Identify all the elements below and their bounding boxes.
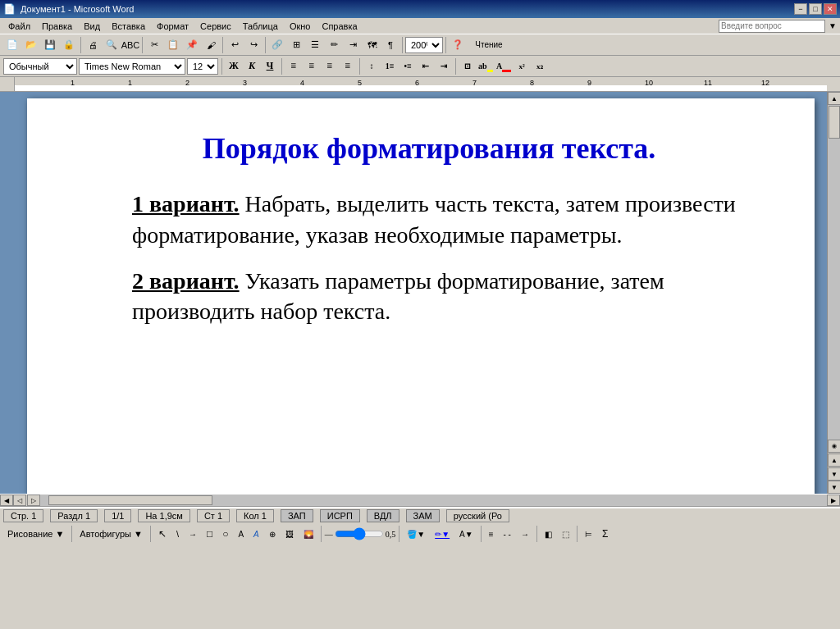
textbox-tool[interactable]: A [234, 525, 248, 543]
align-center-button[interactable]: ≡ [304, 58, 320, 75]
size-combo[interactable]: 12 [187, 58, 218, 75]
font-color-button[interactable]: A [495, 58, 512, 75]
h-scroll-thumb[interactable] [48, 495, 212, 505]
status-bar: Стр. 1 Раздл 1 1/1 На 1,9см Ст 1 Кол 1 З… [0, 507, 840, 523]
line-color-button[interactable]: ✏▼ [431, 525, 454, 543]
bold-button[interactable]: Ж [226, 58, 242, 75]
scroll-down-button[interactable]: ▼ [828, 481, 840, 494]
table-button[interactable]: ⊞ [287, 36, 305, 54]
picture-tool[interactable]: 🌄 [299, 525, 317, 543]
select-browse-button[interactable]: ◉ [828, 440, 840, 453]
help-button[interactable]: ❓ [449, 36, 467, 54]
fill-color-button[interactable]: 🪣▼ [403, 525, 429, 543]
italic-button[interactable]: К [244, 58, 260, 75]
copy-button[interactable]: 📋 [164, 36, 182, 54]
variant1-label: 1 вариант. [132, 191, 240, 217]
rectangle-tool[interactable]: □ [203, 525, 217, 543]
outside-border-button[interactable]: ⊡ [459, 58, 476, 75]
doc-scroll-area[interactable]: Порядок форматирования текста. 1 вариант… [15, 92, 827, 494]
pointer-tool[interactable]: ↖ [154, 525, 171, 543]
sum-button[interactable]: Σ [598, 525, 612, 543]
print-button[interactable]: 🖨 [84, 36, 102, 54]
permission-button[interactable]: 🔒 [60, 36, 78, 54]
menu-file[interactable]: Файл [3, 20, 35, 33]
diagram-tool[interactable]: ⊕ [265, 525, 280, 543]
3d-button[interactable]: ⬚ [558, 525, 573, 543]
read-button[interactable]: Чтение [468, 36, 510, 54]
cut-button[interactable]: ✂ [145, 36, 163, 54]
indent-button[interactable]: ⇥ [344, 36, 362, 54]
menu-insert[interactable]: Вставка [107, 20, 150, 33]
spell-button[interactable]: ABC [121, 36, 139, 54]
align-left-button[interactable]: ≡ [285, 58, 302, 75]
line-spacing-button[interactable]: ↕ [363, 58, 380, 75]
new-button[interactable]: 📄 [3, 36, 21, 54]
scroll-left-button[interactable]: ◀ [0, 495, 13, 506]
minimize-button[interactable]: − [794, 3, 807, 15]
menu-table[interactable]: Таблица [238, 20, 283, 33]
menu-format[interactable]: Формат [152, 20, 194, 33]
scroll-thumb[interactable] [829, 106, 840, 139]
dash-style-button[interactable]: - - [500, 525, 515, 543]
format-painter[interactable]: 🖌 [202, 36, 220, 54]
underline-button[interactable]: Ч [262, 58, 278, 75]
preview-button[interactable]: 🔍 [103, 36, 121, 54]
bullets-button[interactable]: •≡ [399, 58, 416, 75]
status-vdl: ВДЛ [367, 509, 399, 522]
page-nav-right[interactable]: ▷ [27, 495, 40, 506]
para-marks[interactable]: ¶ [381, 36, 399, 54]
arrow-style-button[interactable]: → [517, 525, 533, 543]
line-style-button[interactable]: ≡ [485, 525, 498, 543]
separator6 [445, 37, 446, 53]
scroll-up-button[interactable]: ▲ [828, 92, 840, 105]
autoshapes-button[interactable]: Автофигуры ▼ [75, 525, 147, 543]
shadow-button[interactable]: ◧ [541, 525, 556, 543]
draw-button[interactable]: ✏ [325, 36, 343, 54]
style-combo[interactable]: Обычный [3, 58, 77, 75]
h-scroll-track[interactable] [40, 495, 827, 506]
menu-tools[interactable]: Сервис [195, 20, 236, 33]
scroll-track[interactable] [828, 105, 840, 440]
next-page-button[interactable]: ▼ [828, 467, 840, 481]
redo-button[interactable]: ↪ [244, 36, 262, 54]
menu-edit[interactable]: Правка [37, 20, 77, 33]
columns-button[interactable]: ☰ [306, 36, 324, 54]
decrease-indent-button[interactable]: ⇤ [418, 58, 434, 75]
arrow-tool[interactable]: → [185, 525, 201, 543]
line-tool[interactable]: \ [172, 525, 183, 543]
vertical-scrollbar[interactable]: ▲ ◉ ▲ ▼ ▼ [827, 92, 840, 494]
search-input[interactable] [719, 20, 825, 33]
line-width-slider[interactable] [335, 527, 384, 540]
scroll-right-button[interactable]: ▶ [827, 495, 840, 506]
superscript-button[interactable]: x² [514, 58, 530, 75]
highlight-button[interactable]: ab [477, 58, 494, 75]
menu-help[interactable]: Справка [317, 20, 362, 33]
drawing-button[interactable]: Рисование ▼ [3, 525, 68, 543]
subscript-button[interactable]: x₂ [532, 58, 548, 75]
undo-button[interactable]: ↩ [226, 36, 244, 54]
zoom-combo[interactable]: 200% [405, 37, 443, 53]
status-section: Раздл 1 [50, 509, 98, 522]
page-nav-left[interactable]: ◁ [13, 495, 26, 506]
justify-button[interactable]: ≡ [340, 58, 356, 75]
paste-button[interactable]: 📌 [183, 36, 201, 54]
numbering-button[interactable]: 1≡ [381, 58, 398, 75]
menu-view[interactable]: Вид [79, 20, 105, 33]
save-button[interactable]: 💾 [41, 36, 59, 54]
close-button[interactable]: ✕ [824, 3, 837, 15]
open-button[interactable]: 📂 [22, 36, 40, 54]
map-button[interactable]: 🗺 [363, 36, 381, 54]
oval-tool[interactable]: ○ [218, 525, 232, 543]
maximize-button[interactable]: □ [809, 3, 822, 15]
search-dropdown[interactable]: ▼ [829, 21, 837, 30]
font-color-draw-button[interactable]: A▼ [455, 525, 477, 543]
menu-window[interactable]: Окно [285, 20, 316, 33]
hyperlink-button[interactable]: 🔗 [268, 36, 286, 54]
font-combo[interactable]: Times New Roman [79, 58, 185, 75]
align-right-button[interactable]: ≡ [322, 58, 338, 75]
increase-indent-button[interactable]: ⇥ [436, 58, 452, 75]
prev-page-button[interactable]: ▲ [828, 454, 840, 467]
wordart-tool[interactable]: A [249, 525, 263, 543]
align-button[interactable]: ⊨ [581, 525, 596, 543]
clipart-tool[interactable]: 🖼 [281, 525, 298, 543]
